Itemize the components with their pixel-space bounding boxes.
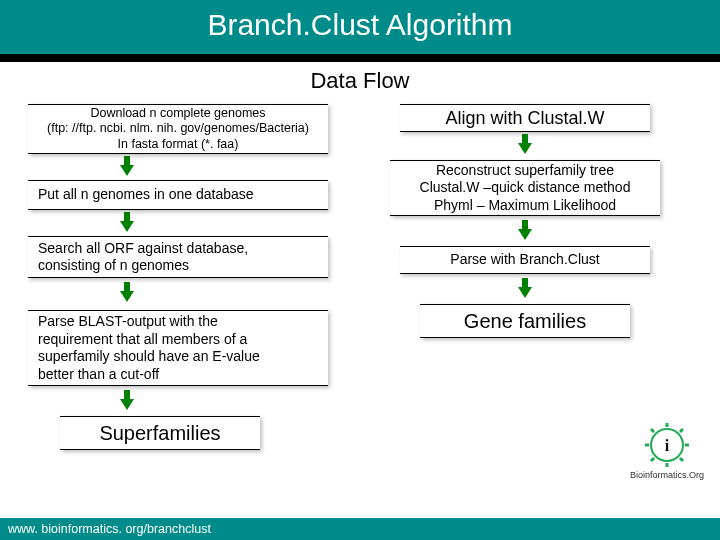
text: Align with Clustal.W xyxy=(445,107,604,130)
arrow-down-icon xyxy=(518,278,532,298)
text: (ftp: //ftp. ncbi. nlm. nih. gov/genomes… xyxy=(47,121,309,137)
footer-url: www. bioinformatics. org/branchclust xyxy=(8,522,211,536)
subtitle: Data Flow xyxy=(0,62,720,104)
logo-label: Bioinformatics.Org xyxy=(630,470,704,480)
box-parse-blast: Parse BLAST-output with the requirement … xyxy=(28,310,328,386)
text: Put all n genomes in one database xyxy=(38,186,254,204)
text: Clustal.W –quick distance method xyxy=(420,179,631,197)
box-search: Search all ORF against database, consist… xyxy=(28,236,328,278)
text: Phyml – Maximum Likelihood xyxy=(434,197,616,215)
box-putall: Put all n genomes in one database xyxy=(28,180,328,210)
box-gene-families: Gene families xyxy=(420,304,630,338)
arrow-down-icon xyxy=(120,390,134,410)
text: Superfamilies xyxy=(99,421,220,446)
svg-text:i: i xyxy=(665,437,670,454)
text: Parse BLAST-output with the xyxy=(38,313,218,331)
text: better than a cut-off xyxy=(38,366,159,384)
text: Reconstruct superfamily tree xyxy=(436,162,614,180)
arrow-down-icon xyxy=(120,212,134,232)
text: Download n complete genomes xyxy=(90,106,265,122)
footer: www. bioinformatics. org/branchclust xyxy=(0,518,720,540)
text: consisting of n genomes xyxy=(38,257,189,275)
box-parse-branchclust: Parse with Branch.Clust xyxy=(400,246,650,274)
gear-dna-icon: i xyxy=(644,422,690,468)
box-align: Align with Clustal.W xyxy=(400,104,650,132)
divider xyxy=(0,54,720,62)
text: Parse with Branch.Clust xyxy=(450,251,599,269)
box-reconstruct: Reconstruct superfamily tree Clustal.W –… xyxy=(390,160,660,216)
arrow-down-icon xyxy=(120,282,134,302)
bioinformatics-logo: i Bioinformatics.Org xyxy=(630,422,704,480)
page-title: Branch.Clust Algorithm xyxy=(207,8,512,41)
text: In fasta format (*. faa) xyxy=(118,137,239,153)
arrow-down-icon xyxy=(120,156,134,176)
title-bar: Branch.Clust Algorithm xyxy=(0,0,720,54)
text: Gene families xyxy=(464,309,586,334)
text: superfamily should have an E-value xyxy=(38,348,260,366)
box-download: Download n complete genomes (ftp: //ftp.… xyxy=(28,104,328,154)
text: requirement that all members of a xyxy=(38,331,247,349)
arrow-down-icon xyxy=(518,220,532,240)
text: Search all ORF against database, xyxy=(38,240,248,258)
arrow-down-icon xyxy=(518,134,532,154)
flow-diagram: Download n complete genomes (ftp: //ftp.… xyxy=(0,104,720,504)
box-superfamilies: Superfamilies xyxy=(60,416,260,450)
